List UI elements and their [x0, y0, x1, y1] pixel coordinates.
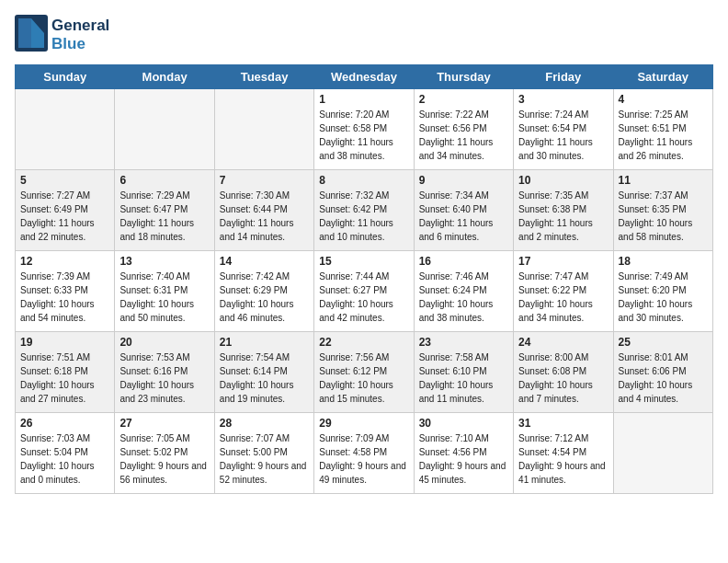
- sunset-label: Sunset: 6:44 PM: [220, 204, 288, 214]
- day-info: Sunrise: 7:54 AM Sunset: 6:14 PM Dayligh…: [220, 350, 309, 406]
- sunset-label: Sunset: 6:24 PM: [419, 285, 487, 295]
- daylight-label: Daylight: 11 hours and 18 minutes.: [119, 218, 194, 242]
- day-info: Sunrise: 7:34 AM Sunset: 6:40 PM Dayligh…: [419, 189, 508, 244]
- calendar-cell: 12 Sunrise: 7:39 AM Sunset: 6:33 PM Dayl…: [16, 251, 115, 332]
- sunset-label: Sunset: 6:38 PM: [518, 204, 586, 214]
- sunset-label: Sunset: 5:00 PM: [220, 447, 288, 457]
- calendar-cell: 19 Sunrise: 7:51 AM Sunset: 6:18 PM Dayl…: [16, 332, 115, 413]
- sunrise-label: Sunrise: 8:00 AM: [518, 352, 588, 362]
- sunrise-label: Sunrise: 7:10 AM: [419, 433, 489, 443]
- week-row-4: 19 Sunrise: 7:51 AM Sunset: 6:18 PM Dayl…: [16, 332, 713, 413]
- day-number: 4: [619, 93, 708, 106]
- day-info: Sunrise: 7:37 AM Sunset: 6:35 PM Dayligh…: [619, 189, 708, 244]
- sunset-label: Sunset: 6:12 PM: [319, 366, 387, 376]
- calendar-cell: 26 Sunrise: 7:03 AM Sunset: 5:04 PM Dayl…: [16, 413, 115, 494]
- day-number: 15: [319, 255, 408, 268]
- sunrise-label: Sunrise: 7:53 AM: [119, 352, 189, 362]
- sunset-label: Sunset: 6:10 PM: [419, 366, 487, 376]
- sunset-label: Sunset: 6:29 PM: [220, 285, 288, 295]
- day-info: Sunrise: 7:42 AM Sunset: 6:29 PM Dayligh…: [220, 270, 309, 325]
- calendar-cell: [214, 89, 313, 170]
- daylight-label: Daylight: 10 hours and 58 minutes.: [619, 218, 693, 242]
- sunset-label: Sunset: 6:18 PM: [20, 366, 88, 376]
- day-number: 29: [319, 417, 408, 430]
- sunrise-label: Sunrise: 7:39 AM: [20, 271, 90, 282]
- sunrise-label: Sunrise: 7:05 AM: [119, 433, 189, 443]
- calendar-cell: 24 Sunrise: 8:00 AM Sunset: 6:08 PM Dayl…: [514, 332, 613, 413]
- header: General Blue: [15, 15, 713, 55]
- calendar-cell: 22 Sunrise: 7:56 AM Sunset: 6:12 PM Dayl…: [314, 332, 414, 413]
- logo-icon: [15, 15, 48, 52]
- day-info: Sunrise: 8:01 AM Sunset: 6:06 PM Dayligh…: [619, 350, 708, 406]
- daylight-label: Daylight: 11 hours and 30 minutes.: [518, 137, 593, 161]
- calendar-cell: 18 Sunrise: 7:49 AM Sunset: 6:20 PM Dayl…: [613, 251, 712, 332]
- sunrise-label: Sunrise: 7:22 AM: [419, 109, 489, 120]
- col-header-sunday: Sunday: [16, 65, 115, 89]
- day-number: 18: [619, 255, 708, 268]
- day-info: Sunrise: 7:40 AM Sunset: 6:31 PM Dayligh…: [119, 270, 209, 325]
- sunrise-label: Sunrise: 7:46 AM: [419, 271, 489, 282]
- day-number: 25: [619, 336, 708, 349]
- daylight-label: Daylight: 11 hours and 14 minutes.: [220, 218, 294, 242]
- sunrise-label: Sunrise: 7:30 AM: [220, 190, 290, 201]
- day-number: 14: [220, 255, 309, 268]
- sunset-label: Sunset: 4:54 PM: [518, 447, 586, 457]
- svg-marker-2: [31, 33, 44, 48]
- day-number: 23: [419, 336, 508, 349]
- calendar-cell: 25 Sunrise: 8:01 AM Sunset: 6:06 PM Dayl…: [613, 332, 712, 413]
- daylight-label: Daylight: 10 hours and 50 minutes.: [119, 299, 194, 323]
- col-header-thursday: Thursday: [414, 65, 513, 89]
- logo: General Blue: [15, 15, 109, 55]
- col-header-monday: Monday: [115, 65, 214, 89]
- daylight-label: Daylight: 10 hours and 54 minutes.: [20, 299, 95, 323]
- day-info: Sunrise: 7:29 AM Sunset: 6:47 PM Dayligh…: [119, 189, 209, 244]
- day-number: 13: [119, 255, 209, 268]
- sunset-label: Sunset: 6:06 PM: [619, 366, 687, 376]
- daylight-label: Daylight: 11 hours and 2 minutes.: [518, 218, 593, 242]
- calendar-cell: 31 Sunrise: 7:12 AM Sunset: 4:54 PM Dayl…: [514, 413, 613, 494]
- day-info: Sunrise: 7:35 AM Sunset: 6:38 PM Dayligh…: [518, 189, 608, 244]
- header-row: SundayMondayTuesdayWednesdayThursdayFrid…: [16, 65, 713, 89]
- sunset-label: Sunset: 6:47 PM: [119, 204, 188, 214]
- daylight-label: Daylight: 10 hours and 46 minutes.: [220, 299, 294, 323]
- calendar-cell: 20 Sunrise: 7:53 AM Sunset: 6:16 PM Dayl…: [115, 332, 214, 413]
- day-info: Sunrise: 7:32 AM Sunset: 6:42 PM Dayligh…: [319, 189, 408, 244]
- daylight-label: Daylight: 10 hours and 27 minutes.: [20, 380, 95, 404]
- day-number: 1: [319, 93, 408, 106]
- sunrise-label: Sunrise: 7:29 AM: [119, 190, 189, 201]
- sunset-label: Sunset: 6:54 PM: [518, 123, 586, 133]
- calendar-table: SundayMondayTuesdayWednesdayThursdayFrid…: [15, 64, 713, 494]
- sunrise-label: Sunrise: 7:25 AM: [619, 109, 688, 120]
- day-number: 2: [419, 93, 508, 106]
- sunrise-label: Sunrise: 7:27 AM: [20, 190, 90, 201]
- day-number: 20: [119, 336, 209, 349]
- day-number: 22: [319, 336, 408, 349]
- sunset-label: Sunset: 6:31 PM: [119, 285, 188, 295]
- sunrise-label: Sunrise: 7:42 AM: [220, 271, 290, 282]
- day-info: Sunrise: 7:24 AM Sunset: 6:54 PM Dayligh…: [518, 108, 608, 163]
- day-number: 19: [20, 336, 109, 349]
- daylight-label: Daylight: 9 hours and 52 minutes.: [220, 461, 307, 485]
- sunrise-label: Sunrise: 8:01 AM: [619, 352, 688, 362]
- calendar-cell: 23 Sunrise: 7:58 AM Sunset: 6:10 PM Dayl…: [414, 332, 513, 413]
- day-info: Sunrise: 7:10 AM Sunset: 4:56 PM Dayligh…: [419, 431, 508, 487]
- daylight-label: Daylight: 11 hours and 22 minutes.: [20, 218, 95, 242]
- col-header-friday: Friday: [514, 65, 613, 89]
- day-number: 30: [419, 417, 508, 430]
- day-info: Sunrise: 7:20 AM Sunset: 6:58 PM Dayligh…: [319, 108, 408, 163]
- sunrise-label: Sunrise: 7:40 AM: [119, 271, 189, 282]
- calendar-cell: 3 Sunrise: 7:24 AM Sunset: 6:54 PM Dayli…: [514, 89, 613, 170]
- week-row-5: 26 Sunrise: 7:03 AM Sunset: 5:04 PM Dayl…: [16, 413, 713, 494]
- day-info: Sunrise: 7:49 AM Sunset: 6:20 PM Dayligh…: [619, 270, 708, 325]
- calendar-cell: 16 Sunrise: 7:46 AM Sunset: 6:24 PM Dayl…: [414, 251, 513, 332]
- calendar-cell: 13 Sunrise: 7:40 AM Sunset: 6:31 PM Dayl…: [115, 251, 214, 332]
- day-number: 24: [518, 336, 608, 349]
- day-number: 31: [518, 417, 608, 430]
- calendar-cell: 9 Sunrise: 7:34 AM Sunset: 6:40 PM Dayli…: [414, 170, 513, 251]
- calendar-cell: 6 Sunrise: 7:29 AM Sunset: 6:47 PM Dayli…: [115, 170, 214, 251]
- calendar-cell: 11 Sunrise: 7:37 AM Sunset: 6:35 PM Dayl…: [613, 170, 712, 251]
- day-info: Sunrise: 7:03 AM Sunset: 5:04 PM Dayligh…: [20, 431, 109, 487]
- day-number: 7: [220, 174, 309, 187]
- day-info: Sunrise: 7:27 AM Sunset: 6:49 PM Dayligh…: [20, 189, 109, 244]
- day-info: Sunrise: 7:07 AM Sunset: 5:00 PM Dayligh…: [220, 431, 309, 487]
